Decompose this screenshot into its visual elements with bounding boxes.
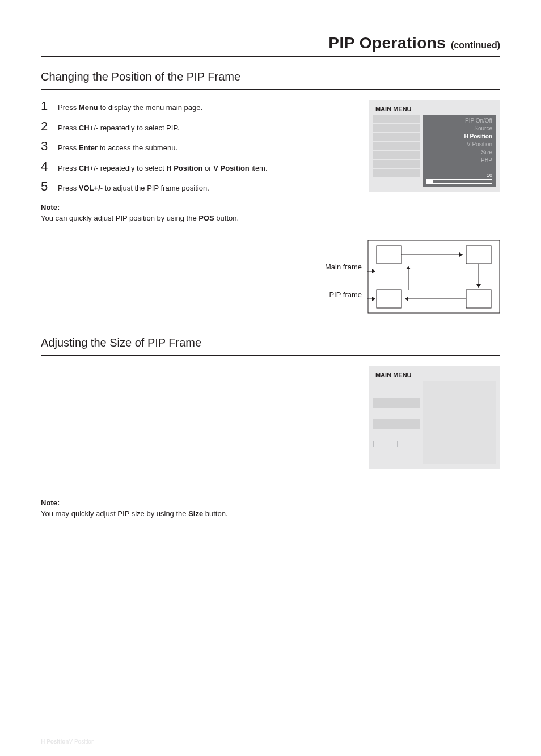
osd-slider-fill	[427, 180, 433, 183]
osd-right-panel: PIP On/Off Source H Position V Position …	[423, 115, 496, 187]
section1-title: Changing the Position of the PIP Frame	[41, 70, 500, 90]
osd-title: MAIN MENU	[373, 370, 496, 381]
svg-marker-13	[405, 297, 408, 301]
svg-rect-0	[368, 240, 500, 313]
step-text-bold: VOL+/	[79, 184, 100, 192]
osd-left-row	[373, 115, 420, 123]
step-text-post2: item.	[250, 164, 268, 172]
osd-left-row	[373, 160, 420, 168]
osd-item-h-position: H Position	[426, 133, 492, 140]
diagram-label-pip: PIP frame	[325, 290, 362, 299]
step-text-bold: CH	[79, 124, 90, 132]
step-text-bold: Enter	[79, 143, 98, 152]
step-number: 3	[41, 140, 51, 154]
step-2: 2 Press CH+/- repeatedly to select PIP.	[41, 120, 352, 134]
svg-rect-6	[377, 290, 401, 308]
step-text-mid: +/- repeatedly to select PIP.	[90, 124, 179, 132]
note-text-bold: POS	[198, 214, 214, 222]
svg-marker-17	[372, 297, 375, 301]
osd-title: MAIN MENU	[373, 104, 496, 115]
page-title-main: PIP Operations	[328, 34, 446, 52]
step-text-mid: to access the submenu.	[98, 143, 177, 152]
osd-left-row	[373, 398, 420, 408]
step-text-bold3: V Position	[213, 164, 250, 172]
osd-item-source: Source	[426, 125, 492, 132]
note-text-bold: Size	[188, 509, 203, 518]
footer-v: V Position	[69, 738, 94, 745]
osd-slider-value: 10	[426, 172, 492, 178]
note-2: Note: You may quickly adjust PIP size by…	[41, 497, 500, 520]
step-text-pre: Press	[58, 164, 79, 172]
step-text-mid: - to adjust the PIP frame position.	[100, 184, 209, 192]
step-text-bold2: H Position	[166, 164, 202, 172]
step-text: Press Enter to access the submenu.	[58, 140, 177, 154]
osd-left-column	[373, 381, 420, 464]
footer-ghost-text: H PositionV Position	[41, 738, 94, 745]
section2-title: Adjusting the Size of PIP Frame	[41, 336, 500, 356]
diagram-label-main: Main frame	[325, 263, 362, 271]
osd-left-row	[373, 151, 420, 159]
note-text: You can quickly adjust PIP position by u…	[41, 213, 352, 224]
osd-item-size: Size	[426, 149, 492, 156]
step-number: 2	[41, 120, 51, 134]
note-label: Note:	[41, 497, 500, 509]
note-1: Note: You can quickly adjust PIP positio…	[41, 202, 352, 224]
note-text-pre: You may quickly adjust PIP size by using…	[41, 509, 188, 518]
note-text: You may quickly adjust PIP size by using…	[41, 508, 500, 520]
osd-menu-2: MAIN MENU	[369, 366, 500, 469]
svg-marker-5	[459, 252, 463, 257]
osd-slider-track	[426, 179, 492, 184]
step-text-pre: Press	[58, 184, 79, 192]
step-number: 1	[41, 100, 51, 113]
pip-position-diagram	[367, 240, 500, 314]
osd-left-row	[373, 419, 420, 429]
svg-rect-3	[466, 246, 491, 264]
step-text-bold: Menu	[79, 103, 98, 112]
note-text-pre: You can quickly adjust PIP position by u…	[41, 214, 198, 222]
step-text: Press CH+/- repeatedly to select H Posit…	[58, 161, 268, 174]
note-text-post: button.	[214, 214, 239, 222]
step-text: Press VOL+/- to adjust the PIP frame pos…	[58, 180, 209, 194]
svg-marker-15	[372, 269, 375, 273]
page-header: PIP Operations (continued)	[41, 34, 500, 57]
svg-rect-2	[377, 246, 401, 264]
osd-left-row	[373, 169, 420, 177]
osd-left-column	[373, 115, 420, 187]
note-label: Note:	[41, 202, 352, 213]
osd-left-row	[373, 133, 420, 141]
step-text: Press Menu to display the menu main page…	[58, 100, 202, 113]
osd-item-v-position: V Position	[426, 141, 492, 148]
note-text-post: button.	[203, 509, 227, 518]
step-text-mid: to display the menu main page.	[98, 103, 202, 112]
osd-left-row	[373, 124, 420, 132]
step-5: 5 Press VOL+/- to adjust the PIP frame p…	[41, 180, 352, 194]
step-number: 4	[41, 161, 51, 174]
osd-right-panel	[423, 381, 496, 464]
svg-marker-11	[476, 284, 481, 288]
page-title-sub: (continued)	[448, 40, 500, 50]
step-text: Press CH+/- repeatedly to select PIP.	[58, 120, 179, 134]
step-text-pre: Press	[58, 124, 79, 132]
step-4: 4 Press CH+/- repeatedly to select H Pos…	[41, 161, 352, 174]
step-text-mid: +/- repeatedly to select	[90, 164, 167, 172]
svg-marker-9	[406, 266, 411, 269]
osd-left-row	[373, 142, 420, 150]
step-text-pre: Press	[58, 143, 79, 152]
footer-h: H Position	[41, 738, 69, 745]
step-text-pre: Press	[58, 103, 79, 112]
step-1: 1 Press Menu to display the menu main pa…	[41, 100, 352, 113]
svg-rect-7	[466, 290, 491, 308]
osd-item-pip-onoff: PIP On/Off	[426, 117, 492, 124]
osd-left-row	[373, 441, 398, 447]
step-3: 3 Press Enter to access the submenu.	[41, 140, 352, 154]
osd-menu-1: MAIN MENU PIP On/Off Source H Position V…	[369, 100, 500, 192]
step-number: 5	[41, 180, 51, 194]
step-text-bold: CH	[79, 164, 90, 172]
osd-item-pbp: PBP	[426, 157, 492, 164]
step-text-post: or	[202, 164, 213, 172]
